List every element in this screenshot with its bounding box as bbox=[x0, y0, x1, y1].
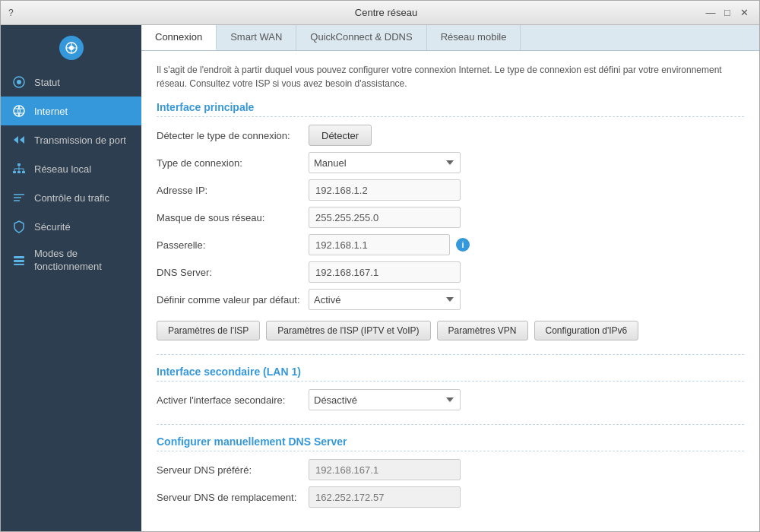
ipv6-config-button[interactable]: Configuration d'IPv6 bbox=[534, 321, 639, 340]
window-title: Centre réseau bbox=[69, 7, 703, 18]
vpn-settings-button[interactable]: Paramètres VPN bbox=[437, 321, 528, 340]
maximize-button[interactable]: □ bbox=[720, 5, 735, 21]
info-text: Il s'agit de l'endroit à partir duquel v… bbox=[157, 63, 744, 90]
sidebar-item-label-securite: Sécurité bbox=[34, 221, 71, 233]
gateway-input[interactable] bbox=[309, 234, 450, 255]
divider-1 bbox=[157, 354, 744, 355]
preferred-dns-label: Serveur DNS préféré: bbox=[157, 464, 309, 476]
sidebar-item-modes[interactable]: Modes de fonctionnement bbox=[1, 241, 141, 280]
sidebar-item-controle[interactable]: Contrôle du trafic bbox=[1, 183, 141, 212]
ip-control bbox=[309, 179, 461, 201]
detect-button[interactable]: Détecter bbox=[309, 125, 372, 146]
sidebar-item-label-modes: Modes de fonctionnement bbox=[34, 248, 131, 274]
preferred-dns-control bbox=[309, 459, 461, 480]
local-network-icon bbox=[11, 161, 27, 176]
isp-settings-button[interactable]: Paramètres de l'ISP bbox=[157, 321, 260, 340]
sidebar-item-transmission[interactable]: Transmission de port bbox=[1, 125, 141, 154]
logo-icon bbox=[65, 41, 78, 55]
dns-label: DNS Server: bbox=[157, 267, 309, 278]
tab-smart-wan[interactable]: Smart WAN bbox=[217, 25, 296, 50]
row-default: Définir comme valeur par défaut: Activé … bbox=[157, 289, 744, 310]
row-ip: Adresse IP: bbox=[157, 179, 744, 201]
gateway-info-icon[interactable]: i bbox=[456, 238, 470, 252]
svg-rect-12 bbox=[22, 171, 25, 173]
sidebar-item-label-internet: Internet bbox=[34, 106, 68, 117]
sidebar-item-statut[interactable]: Statut bbox=[1, 68, 141, 97]
status-icon bbox=[11, 74, 27, 90]
sidebar-item-reseau-local[interactable]: Réseau local bbox=[1, 154, 141, 183]
subnet-label: Masque de sous réseau: bbox=[157, 212, 309, 223]
svg-point-5 bbox=[17, 80, 21, 84]
svg-rect-9 bbox=[17, 163, 21, 166]
preferred-dns-input[interactable] bbox=[309, 459, 461, 480]
isp-iptv-button[interactable]: Paramètres de l'ISP (IPTV et VoIP) bbox=[266, 321, 430, 340]
row-preferred-dns: Serveur DNS préféré: bbox=[157, 459, 744, 480]
subnet-input[interactable] bbox=[309, 207, 461, 228]
dns-control bbox=[309, 261, 461, 283]
enable-secondary-label: Activer l'interface secondaire: bbox=[157, 394, 309, 406]
row-enable-secondary: Activer l'interface secondaire: Désactiv… bbox=[157, 389, 744, 410]
row-subnet: Masque de sous réseau: bbox=[157, 207, 744, 228]
divider-2 bbox=[157, 424, 744, 425]
security-icon bbox=[11, 219, 27, 234]
app-logo bbox=[59, 36, 84, 60]
ip-label: Adresse IP: bbox=[157, 185, 309, 196]
sidebar-item-label-reseau-local: Réseau local bbox=[34, 163, 91, 175]
row-replacement-dns: Serveur DNS de remplacement: bbox=[157, 486, 744, 508]
section-title-principale: Interface principale bbox=[157, 101, 744, 117]
replacement-dns-label: Serveur DNS de remplacement: bbox=[157, 492, 309, 503]
form-area: Il s'agit de l'endroit à partir duquel v… bbox=[141, 51, 759, 531]
svg-rect-11 bbox=[17, 171, 21, 173]
enable-secondary-control: Désactivé Activé bbox=[309, 389, 461, 410]
tabs-bar: Connexion Smart WAN QuickConnect & DDNS … bbox=[141, 25, 759, 51]
ip-input[interactable] bbox=[309, 179, 461, 201]
sidebar-item-label-controle: Contrôle du trafic bbox=[34, 192, 109, 204]
action-buttons: Paramètres de l'ISP Paramètres de l'ISP … bbox=[157, 321, 744, 340]
help-button[interactable]: ? bbox=[8, 8, 14, 18]
gateway-label: Passerelle: bbox=[157, 239, 309, 251]
modes-icon bbox=[11, 253, 27, 268]
connection-type-label: Type de connexion: bbox=[157, 157, 309, 169]
close-button[interactable]: ✕ bbox=[736, 5, 752, 21]
section-dns-server: Configurer manuellement DNS Server Serve… bbox=[157, 435, 744, 508]
port-icon bbox=[11, 132, 27, 147]
sidebar-item-internet[interactable]: Internet bbox=[1, 97, 141, 125]
subnet-control bbox=[309, 207, 461, 228]
row-gateway: Passerelle: i bbox=[157, 234, 744, 255]
minimize-button[interactable]: — bbox=[703, 5, 718, 21]
internet-icon bbox=[11, 103, 27, 119]
connection-type-select[interactable]: Manuel DHCP PPPoE bbox=[309, 152, 461, 173]
svg-rect-21 bbox=[14, 256, 24, 258]
section-interface-secondaire: Interface secondaire (LAN 1) Activer l'i… bbox=[157, 366, 744, 410]
svg-rect-10 bbox=[13, 171, 16, 173]
sidebar-item-label-statut: Statut bbox=[34, 77, 60, 88]
section-title-dns: Configurer manuellement DNS Server bbox=[157, 435, 744, 451]
default-control: Activé Désactivé bbox=[309, 289, 461, 310]
svg-rect-22 bbox=[14, 260, 24, 262]
replacement-dns-input[interactable] bbox=[309, 486, 461, 508]
section-title-secondaire: Interface secondaire (LAN 1) bbox=[157, 366, 744, 382]
enable-secondary-select[interactable]: Désactivé Activé bbox=[309, 389, 461, 410]
connection-type-control: Manuel DHCP PPPoE bbox=[309, 152, 461, 173]
section-interface-principale: Interface principale Détecter le type de… bbox=[157, 101, 744, 340]
tab-reseau-mobile[interactable]: Réseau mobile bbox=[427, 25, 521, 50]
row-dns: DNS Server: bbox=[157, 261, 744, 283]
default-label: Définir comme valeur par défaut: bbox=[157, 294, 309, 306]
gateway-control bbox=[309, 234, 450, 255]
row-detect: Détecter le type de connexion: Détecter bbox=[157, 125, 744, 146]
traffic-icon bbox=[11, 190, 27, 205]
sidebar-item-securite[interactable]: Sécurité bbox=[1, 212, 141, 241]
detect-control: Détecter bbox=[309, 125, 461, 146]
main-content: Connexion Smart WAN QuickConnect & DDNS … bbox=[141, 25, 759, 531]
row-connection-type: Type de connexion: Manuel DHCP PPPoE bbox=[157, 152, 744, 173]
sidebar-item-label-transmission: Transmission de port bbox=[34, 135, 126, 146]
svg-point-6 bbox=[14, 106, 24, 116]
tab-quickconnect[interactable]: QuickConnect & DDNS bbox=[296, 25, 426, 50]
main-window: ? Centre réseau — □ ✕ bbox=[0, 0, 760, 532]
title-bar: ? Centre réseau — □ ✕ bbox=[1, 1, 759, 25]
detect-label: Détecter le type de connexion: bbox=[157, 130, 309, 141]
logo-area bbox=[1, 31, 141, 68]
default-select[interactable]: Activé Désactivé bbox=[309, 289, 461, 310]
dns-input[interactable] bbox=[309, 261, 461, 283]
tab-connexion[interactable]: Connexion bbox=[141, 25, 217, 50]
